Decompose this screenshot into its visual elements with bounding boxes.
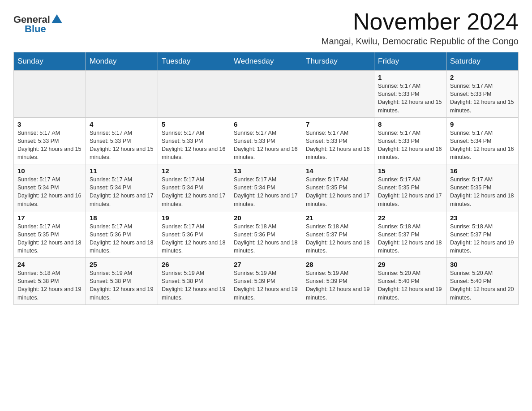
day-number: 25 — [90, 261, 154, 268]
day-info: Sunrise: 5:19 AM Sunset: 5:38 PM Dayligh… — [162, 269, 226, 302]
day-number: 30 — [450, 261, 515, 268]
day-info: Sunrise: 5:17 AM Sunset: 5:34 PM Dayligh… — [450, 129, 515, 162]
table-row: 10Sunrise: 5:17 AM Sunset: 5:34 PM Dayli… — [14, 164, 86, 211]
table-row: 11Sunrise: 5:17 AM Sunset: 5:34 PM Dayli… — [86, 164, 158, 211]
day-info: Sunrise: 5:17 AM Sunset: 5:33 PM Dayligh… — [162, 129, 226, 162]
day-number: 9 — [450, 120, 515, 128]
table-row: 19Sunrise: 5:17 AM Sunset: 5:36 PM Dayli… — [158, 211, 230, 258]
table-row: 23Sunrise: 5:18 AM Sunset: 5:37 PM Dayli… — [446, 211, 519, 258]
day-number: 1 — [378, 73, 442, 81]
day-number: 28 — [306, 261, 370, 268]
day-info: Sunrise: 5:17 AM Sunset: 5:34 PM Dayligh… — [162, 176, 226, 208]
day-number: 12 — [162, 167, 226, 175]
day-number: 6 — [234, 120, 298, 128]
day-info: Sunrise: 5:17 AM Sunset: 5:33 PM Dayligh… — [17, 129, 82, 162]
day-number: 15 — [378, 167, 442, 175]
day-number: 14 — [306, 167, 370, 175]
table-row: 26Sunrise: 5:19 AM Sunset: 5:38 PM Dayli… — [158, 258, 230, 305]
logo-blue-text: Blue — [25, 23, 46, 34]
table-row: 21Sunrise: 5:18 AM Sunset: 5:37 PM Dayli… — [302, 211, 374, 258]
table-row: 5Sunrise: 5:17 AM Sunset: 5:33 PM Daylig… — [158, 117, 230, 164]
day-info: Sunrise: 5:18 AM Sunset: 5:36 PM Dayligh… — [234, 223, 298, 255]
calendar-week-row: 3Sunrise: 5:17 AM Sunset: 5:33 PM Daylig… — [14, 117, 519, 164]
col-thursday: Thursday — [302, 52, 374, 71]
day-number: 22 — [378, 214, 442, 222]
day-number: 21 — [306, 214, 370, 222]
day-info: Sunrise: 5:17 AM Sunset: 5:34 PM Dayligh… — [17, 176, 82, 208]
day-info: Sunrise: 5:17 AM Sunset: 5:33 PM Dayligh… — [306, 129, 370, 162]
page-header: General Blue November 2024 Mangai, Kwilu… — [13, 9, 519, 47]
table-row: 3Sunrise: 5:17 AM Sunset: 5:33 PM Daylig… — [14, 117, 86, 164]
day-info: Sunrise: 5:18 AM Sunset: 5:37 PM Dayligh… — [450, 223, 515, 255]
col-sunday: Sunday — [14, 52, 86, 71]
table-row: 25Sunrise: 5:19 AM Sunset: 5:38 PM Dayli… — [86, 258, 158, 305]
table-row: 29Sunrise: 5:20 AM Sunset: 5:40 PM Dayli… — [374, 258, 446, 305]
day-info: Sunrise: 5:17 AM Sunset: 5:36 PM Dayligh… — [90, 223, 154, 255]
day-number: 3 — [17, 120, 82, 128]
day-number: 5 — [162, 120, 226, 128]
day-info: Sunrise: 5:20 AM Sunset: 5:40 PM Dayligh… — [450, 269, 515, 302]
table-row: 30Sunrise: 5:20 AM Sunset: 5:40 PM Dayli… — [446, 258, 519, 305]
day-info: Sunrise: 5:18 AM Sunset: 5:37 PM Dayligh… — [306, 223, 370, 255]
day-number: 7 — [306, 120, 370, 128]
table-row: 27Sunrise: 5:19 AM Sunset: 5:39 PM Dayli… — [230, 258, 302, 305]
day-number: 18 — [90, 214, 154, 222]
calendar-week-row: 24Sunrise: 5:18 AM Sunset: 5:38 PM Dayli… — [14, 258, 519, 305]
table-row: 8Sunrise: 5:17 AM Sunset: 5:33 PM Daylig… — [374, 117, 446, 164]
day-number: 17 — [17, 214, 82, 222]
table-row: 7Sunrise: 5:17 AM Sunset: 5:33 PM Daylig… — [302, 117, 374, 164]
day-info: Sunrise: 5:17 AM Sunset: 5:35 PM Dayligh… — [378, 176, 442, 208]
day-number: 2 — [450, 73, 515, 81]
day-number: 27 — [234, 261, 298, 268]
table-row — [14, 71, 86, 118]
day-number: 26 — [162, 261, 226, 268]
calendar-week-row: 1Sunrise: 5:17 AM Sunset: 5:33 PM Daylig… — [14, 71, 519, 118]
day-info: Sunrise: 5:17 AM Sunset: 5:35 PM Dayligh… — [306, 176, 370, 208]
table-row — [302, 71, 374, 118]
day-number: 8 — [378, 120, 442, 128]
day-info: Sunrise: 5:17 AM Sunset: 5:34 PM Dayligh… — [90, 176, 154, 208]
table-row: 13Sunrise: 5:17 AM Sunset: 5:34 PM Dayli… — [230, 164, 302, 211]
table-row: 6Sunrise: 5:17 AM Sunset: 5:33 PM Daylig… — [230, 117, 302, 164]
day-number: 13 — [234, 167, 298, 175]
day-info: Sunrise: 5:18 AM Sunset: 5:37 PM Dayligh… — [378, 223, 442, 255]
day-info: Sunrise: 5:17 AM Sunset: 5:33 PM Dayligh… — [378, 82, 442, 115]
table-row: 1Sunrise: 5:17 AM Sunset: 5:33 PM Daylig… — [374, 71, 446, 118]
day-number: 23 — [450, 214, 515, 222]
day-info: Sunrise: 5:19 AM Sunset: 5:39 PM Dayligh… — [306, 269, 370, 302]
day-number: 19 — [162, 214, 226, 222]
calendar-week-row: 17Sunrise: 5:17 AM Sunset: 5:35 PM Dayli… — [14, 211, 519, 258]
day-info: Sunrise: 5:17 AM Sunset: 5:33 PM Dayligh… — [234, 129, 298, 162]
day-info: Sunrise: 5:20 AM Sunset: 5:40 PM Dayligh… — [378, 269, 442, 302]
col-wednesday: Wednesday — [230, 52, 302, 71]
table-row: 20Sunrise: 5:18 AM Sunset: 5:36 PM Dayli… — [230, 211, 302, 258]
table-row: 16Sunrise: 5:17 AM Sunset: 5:35 PM Dayli… — [446, 164, 519, 211]
day-info: Sunrise: 5:18 AM Sunset: 5:38 PM Dayligh… — [17, 269, 82, 302]
table-row: 28Sunrise: 5:19 AM Sunset: 5:39 PM Dayli… — [302, 258, 374, 305]
table-row: 18Sunrise: 5:17 AM Sunset: 5:36 PM Dayli… — [86, 211, 158, 258]
day-info: Sunrise: 5:17 AM Sunset: 5:33 PM Dayligh… — [378, 129, 442, 162]
table-row: 17Sunrise: 5:17 AM Sunset: 5:35 PM Dayli… — [14, 211, 86, 258]
calendar-header-row: Sunday Monday Tuesday Wednesday Thursday… — [14, 52, 519, 71]
day-info: Sunrise: 5:17 AM Sunset: 5:36 PM Dayligh… — [162, 223, 226, 255]
table-row — [86, 71, 158, 118]
day-info: Sunrise: 5:19 AM Sunset: 5:38 PM Dayligh… — [90, 269, 154, 302]
col-saturday: Saturday — [446, 52, 519, 71]
day-info: Sunrise: 5:17 AM Sunset: 5:33 PM Dayligh… — [90, 129, 154, 162]
table-row: 4Sunrise: 5:17 AM Sunset: 5:33 PM Daylig… — [86, 117, 158, 164]
table-row: 9Sunrise: 5:17 AM Sunset: 5:34 PM Daylig… — [446, 117, 519, 164]
table-row: 14Sunrise: 5:17 AM Sunset: 5:35 PM Dayli… — [302, 164, 374, 211]
col-friday: Friday — [374, 52, 446, 71]
day-info: Sunrise: 5:17 AM Sunset: 5:33 PM Dayligh… — [450, 82, 515, 115]
calendar-table: Sunday Monday Tuesday Wednesday Thursday… — [13, 52, 519, 305]
day-info: Sunrise: 5:17 AM Sunset: 5:35 PM Dayligh… — [17, 223, 82, 255]
day-number: 16 — [450, 167, 515, 175]
day-number: 29 — [378, 261, 442, 268]
day-number: 24 — [17, 261, 82, 268]
col-tuesday: Tuesday — [158, 52, 230, 71]
day-number: 20 — [234, 214, 298, 222]
day-number: 4 — [90, 120, 154, 128]
col-monday: Monday — [86, 52, 158, 71]
day-info: Sunrise: 5:17 AM Sunset: 5:34 PM Dayligh… — [234, 176, 298, 208]
table-row: 22Sunrise: 5:18 AM Sunset: 5:37 PM Dayli… — [374, 211, 446, 258]
